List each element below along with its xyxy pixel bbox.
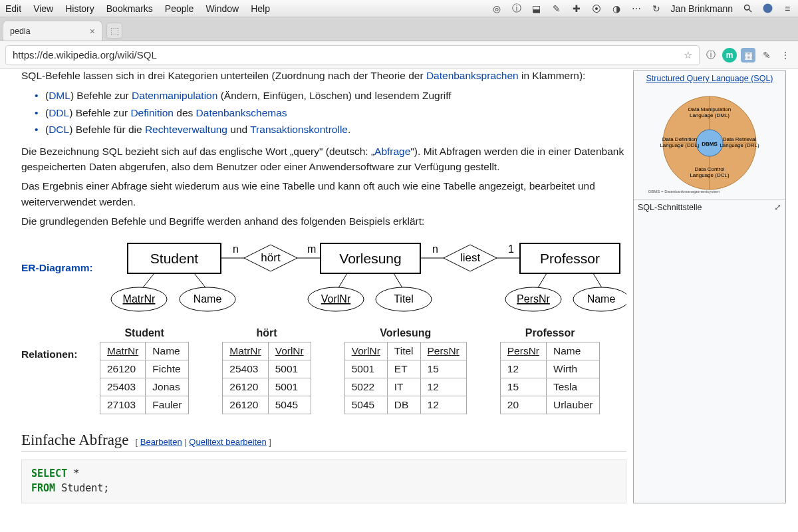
menu-people[interactable]: People bbox=[165, 3, 194, 14]
intro-categories: SQL-Befehle lassen sich in drei Kategori… bbox=[21, 69, 626, 83]
tab-title: pedia bbox=[10, 27, 31, 36]
bullet-dml: (DML) Befehle zur Datenmanipulation (Änd… bbox=[36, 87, 626, 104]
browser-tab[interactable]: pedia × bbox=[3, 21, 102, 41]
disk-icon[interactable]: ◑ bbox=[611, 3, 622, 14]
sql-code-block: SELECT * FROM Student; bbox=[21, 460, 626, 503]
close-tab-icon[interactable]: × bbox=[90, 26, 95, 37]
er-diagram-section: ER-Diagramm: Student Vorlesung Professor bbox=[21, 238, 626, 318]
mac-user[interactable]: Jan Brinkmann bbox=[671, 3, 733, 14]
svg-text:Name: Name bbox=[194, 293, 222, 305]
svg-text:1: 1 bbox=[508, 243, 514, 255]
er-diagram-label: ER-Diagramm: bbox=[21, 238, 101, 274]
link-definition[interactable]: Definition bbox=[130, 107, 174, 118]
infobox-diagram[interactable]: DBMS Data ManipulationLanguage (DML) Dat… bbox=[634, 86, 785, 199]
infobox-caption: SQL-Schnittstelle bbox=[638, 203, 702, 212]
link-datenmanipulation[interactable]: Datenmanipulation bbox=[132, 90, 217, 101]
svg-text:liest: liest bbox=[460, 251, 481, 264]
svg-text:hört: hört bbox=[261, 251, 281, 264]
link-abfrage[interactable]: Abfrage bbox=[374, 146, 410, 157]
expand-icon[interactable]: ⤢ bbox=[774, 202, 781, 212]
new-tab-button[interactable]: ⬚ bbox=[106, 23, 122, 39]
menu-history[interactable]: History bbox=[65, 3, 94, 14]
svg-point-0 bbox=[744, 5, 749, 11]
spotlight-icon[interactable] bbox=[742, 3, 753, 14]
menu-view[interactable]: View bbox=[33, 3, 53, 14]
menu-window[interactable]: Window bbox=[205, 3, 239, 14]
wikipedia-page: SQL-Befehle lassen sich in drei Kategori… bbox=[0, 69, 798, 532]
table-vorlesung-title: Vorlesung bbox=[344, 327, 467, 339]
svg-text:Vorlesung: Vorlesung bbox=[339, 251, 401, 266]
link-rechteverwaltung[interactable]: Rechteverwaltung bbox=[145, 124, 227, 135]
timemachine-icon[interactable]: ↻ bbox=[651, 3, 662, 14]
svg-text:VorlNr: VorlNr bbox=[321, 293, 351, 305]
svg-text:DBMS: DBMS bbox=[702, 141, 718, 147]
svg-text:MatrNr: MatrNr bbox=[123, 293, 156, 305]
svg-point-2 bbox=[763, 4, 772, 13]
table-hoert: hört MatrNrVorlNr25403500126120500126120… bbox=[222, 327, 311, 414]
ext-brush-icon[interactable]: ✎ bbox=[759, 48, 774, 63]
svg-text:Titel: Titel bbox=[394, 293, 414, 305]
link-ddl[interactable]: DDL bbox=[49, 107, 69, 118]
para-result: Das Ergebnis einer Abfrage sieht wiederu… bbox=[21, 178, 626, 209]
siri-icon[interactable] bbox=[762, 3, 773, 14]
plus-icon[interactable]: ✚ bbox=[571, 3, 582, 14]
table-hoert-title: hört bbox=[222, 327, 311, 339]
relation-tables: Student MatrNrName26120Fichte25403Jonas2… bbox=[100, 327, 600, 414]
creative-cloud-icon[interactable]: ◎ bbox=[491, 3, 502, 14]
category-list: (DML) Befehle zur Datenmanipulation (Änd… bbox=[36, 87, 626, 138]
svg-text:m: m bbox=[307, 243, 316, 255]
link-dml[interactable]: DML bbox=[49, 90, 70, 101]
menu-right: ◎ ⓘ ⬓ ✎ ✚ ⦿ ◑ ⋯ ↻ Jan Brinkmann ≡ bbox=[491, 3, 793, 14]
link-dcl[interactable]: DCL bbox=[49, 124, 69, 135]
er-diagram-svg: Student Vorlesung Professor hört l bbox=[108, 238, 626, 318]
svg-text:Data ControlLanguage (DCL): Data ControlLanguage (DCL) bbox=[690, 166, 729, 178]
record-icon[interactable]: ⦿ bbox=[591, 3, 602, 14]
table-professor-title: Professor bbox=[500, 327, 600, 339]
dropbox-icon[interactable]: ⬓ bbox=[531, 3, 542, 14]
info-ext-icon[interactable]: ⓘ bbox=[704, 48, 718, 63]
svg-text:Professor: Professor bbox=[540, 251, 600, 266]
browser-toolbar: https://de.wikipedia.org/wiki/SQL ☆ ⓘ m … bbox=[0, 41, 798, 69]
table-student: Student MatrNrName26120Fichte25403Jonas2… bbox=[100, 327, 189, 414]
ext-dots-icon[interactable]: ⋮ bbox=[778, 48, 793, 63]
menu-bookmarks[interactable]: Bookmarks bbox=[106, 3, 153, 14]
svg-text:Name: Name bbox=[587, 293, 616, 305]
infobox: Structured Query Language (SQL) DBMS Dat… bbox=[633, 70, 786, 503]
bullet-dcl: (DCL) Befehle für die Rechteverwaltung u… bbox=[36, 121, 626, 138]
info-icon[interactable]: ⓘ bbox=[511, 3, 522, 14]
link-datenbanksprachen[interactable]: Datenbanksprachen bbox=[426, 70, 519, 81]
link-bearbeiten[interactable]: Bearbeiten bbox=[140, 437, 182, 447]
link-quelltext-bearbeiten[interactable]: Quelltext bearbeiten bbox=[189, 437, 266, 447]
svg-text:PersNr: PersNr bbox=[517, 293, 550, 305]
tool-icon[interactable]: ✎ bbox=[551, 3, 562, 14]
infobox-title[interactable]: Structured Query Language (SQL) bbox=[634, 71, 785, 86]
url-text: https://de.wikipedia.org/wiki/SQL bbox=[13, 49, 157, 61]
url-bar[interactable]: https://de.wikipedia.org/wiki/SQL ☆ bbox=[5, 45, 700, 65]
mac-menubar: Edit View History Bookmarks People Windo… bbox=[0, 0, 798, 17]
menu-edit[interactable]: Edit bbox=[5, 3, 21, 14]
link-transaktionskontrolle[interactable]: Transaktionskontrolle bbox=[250, 124, 348, 135]
menu-left: Edit View History Bookmarks People Windo… bbox=[5, 3, 270, 14]
svg-text:Data RetrievalLanguage (DRL): Data RetrievalLanguage (DRL) bbox=[720, 136, 759, 148]
svg-text:Data DefinitionLanguage (DDL): Data DefinitionLanguage (DDL) bbox=[660, 136, 699, 148]
notifications-icon[interactable]: ≡ bbox=[782, 3, 793, 14]
svg-text:n: n bbox=[432, 243, 438, 255]
chat-icon[interactable]: ⋯ bbox=[631, 3, 642, 14]
svg-text:Data ManipulationLanguage (DML: Data ManipulationLanguage (DML) bbox=[688, 106, 731, 118]
para-query: Die Bezeichnung SQL bezieht sich auf das… bbox=[21, 144, 626, 175]
section-einfache-abfrage: Einfache Abfrage [ Bearbeiten | Quelltex… bbox=[21, 432, 626, 452]
menu-help[interactable]: Help bbox=[251, 3, 270, 14]
article-body: SQL-Befehle lassen sich in drei Kategori… bbox=[21, 69, 633, 503]
table-student-title: Student bbox=[100, 327, 189, 339]
ext-box-icon[interactable]: ▦ bbox=[741, 48, 755, 63]
browser-tabstrip: pedia × ⬚ bbox=[0, 17, 798, 41]
bullet-ddl: (DDL) Befehle zur Definition des Datenba… bbox=[36, 104, 626, 122]
bookmark-star-icon[interactable]: ☆ bbox=[684, 49, 692, 61]
svg-line-1 bbox=[749, 9, 751, 12]
svg-text:Student: Student bbox=[150, 251, 199, 266]
link-datenbankschemas[interactable]: Datenbankschemas bbox=[196, 107, 287, 118]
table-vorlesung: Vorlesung VorlNrTitelPersNr5001ET155022I… bbox=[344, 327, 467, 414]
ext-circle-icon[interactable]: m bbox=[722, 48, 737, 63]
section-title: Einfache Abfrage bbox=[21, 432, 129, 449]
relationen-label: Relationen: bbox=[21, 318, 94, 360]
